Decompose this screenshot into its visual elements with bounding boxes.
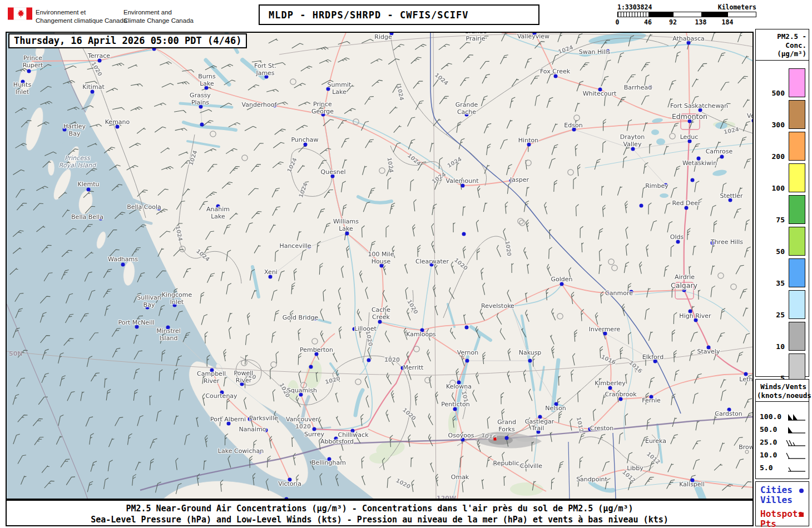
wind-legend-row: 50.0 <box>756 424 809 436</box>
pm25-color-swatch <box>789 163 805 192</box>
hotspot-square-sample <box>799 512 804 517</box>
city-label: Lake Cowichan <box>218 448 264 455</box>
city-dot <box>121 263 125 267</box>
city-label: Courtenay <box>205 393 237 400</box>
scale-segment <box>701 12 728 17</box>
city-label: Fort St. James <box>254 63 276 77</box>
city-label: Invermere <box>589 326 620 333</box>
pm25-legend-row: 100 <box>756 163 809 195</box>
city-label: Calgary <box>671 282 697 290</box>
scale-segment <box>674 12 701 17</box>
wind-legend-row: 10.0 <box>756 449 809 462</box>
pm25-color-swatch <box>789 132 805 161</box>
city-label: Abbotsford <box>320 439 354 446</box>
city-label: Colville <box>520 463 542 470</box>
city-label: Fernie <box>642 397 661 405</box>
city-label: Airdrie <box>675 274 695 281</box>
scale-segment <box>648 12 674 17</box>
wind-speed-value: 10.0 <box>760 451 777 459</box>
wind-legend-row: 5.0 <box>756 462 809 475</box>
city-label: Whitecourt <box>583 91 617 98</box>
scale-tick: 0 <box>616 18 620 26</box>
pm25-color-swatch <box>789 195 805 224</box>
isobar-value-label: 1020 <box>384 357 400 363</box>
city-label: Canmore <box>605 290 633 297</box>
pm25-color-swatch <box>789 322 805 351</box>
city-label: Grande Cache <box>455 102 478 116</box>
pm25-color-swatch <box>789 68 805 97</box>
city-label: Vanderhoof <box>242 102 277 109</box>
marker-legend: Cities Villes Hotspots Pts chauds <box>755 481 809 526</box>
city-label: Chilliwack <box>338 432 368 439</box>
legend-cities-en: Cities <box>756 486 809 495</box>
city-label: Creston <box>590 425 613 432</box>
city-label: Lillooet <box>354 326 377 333</box>
city-label: Eureka <box>645 438 666 445</box>
pm25-color-swatch <box>789 227 805 256</box>
fire-hotspot-marker <box>494 438 497 441</box>
city-label: Port Alberni <box>210 416 246 424</box>
caption-line1: PM2.5 Near-Ground Air Concentrations (µg… <box>7 503 752 514</box>
city-dot-sample <box>799 489 804 493</box>
pm25-legend-title: PM2.5 - Conc. (µg/m³) <box>756 29 809 61</box>
map-caption: PM2.5 Near-Ground Air Concentrations (µg… <box>6 500 754 526</box>
city-label: Parksville <box>249 415 278 422</box>
city-dot <box>465 326 469 330</box>
city-label: Hartley Bay <box>63 123 86 137</box>
city-label: Cardston <box>715 411 742 418</box>
city-label: Cache Creek <box>372 307 390 321</box>
city-label: Minstrel Island <box>156 328 181 342</box>
wind-speed-value: 50.0 <box>760 425 777 434</box>
pm25-color-swatch <box>789 290 805 319</box>
city-label: Quesnel <box>321 169 346 176</box>
city-dot <box>367 358 371 362</box>
city-dot <box>309 365 313 369</box>
wind-legend-rows: 100.050.025.010.05.0 <box>756 411 809 475</box>
city-label: Port McNeill <box>118 320 154 327</box>
wind-speed-value: 5.0 <box>760 464 773 472</box>
city-label: Edmonton <box>672 113 707 121</box>
city-label: Kingcome Inlet <box>162 292 192 306</box>
scale-unit-label: Kilometers <box>718 3 756 11</box>
city-label: Camrose <box>706 148 733 156</box>
city-label: Nelson <box>545 405 566 412</box>
city-label: Swan Hills <box>579 49 610 56</box>
city-label: Kamloops <box>406 331 436 338</box>
city-label: Bellingham <box>311 460 346 467</box>
city-label: Squamish <box>287 387 317 395</box>
city-label: Sullivan Bay <box>137 295 161 308</box>
city-label: Rimbey <box>645 183 669 190</box>
city-label: Libby <box>627 465 643 472</box>
graticule-label: 50N <box>9 350 23 357</box>
city-label: Vegreville <box>747 113 754 120</box>
city-label: Hanceville <box>279 243 311 250</box>
city-label: Grand Forks <box>497 419 516 433</box>
city-label: Kelowna <box>446 383 472 391</box>
pm25-threshold-value: 200 <box>772 152 785 161</box>
city-label: Merritt <box>403 365 424 372</box>
city-label: Trail <box>532 425 544 432</box>
wind-speed-value: 25.0 <box>760 438 777 446</box>
pm25-threshold-value: 35 <box>776 279 785 287</box>
pm25-legend: PM2.5 - Conc. (µg/m³) 500300200100755035… <box>755 29 809 377</box>
city-dot <box>200 123 204 127</box>
scale-tick: 92 <box>669 18 677 26</box>
wind-barb-icon <box>785 425 806 436</box>
pm25-threshold-value: 100 <box>772 184 785 192</box>
city-label: Nakusp <box>519 350 542 357</box>
canada-flag-logo <box>8 7 32 20</box>
caption-line2: Sea-Level Pressure (hPa) and Low-Level W… <box>7 514 752 525</box>
wind-legend: Winds/Vents (knots/noeuds) 100.050.025.0… <box>755 379 809 479</box>
city-label: Prince Rupert <box>23 55 43 69</box>
scale-ratio: 1:3303824 <box>617 3 652 11</box>
city-label: Jasper <box>510 177 529 184</box>
product-title: MLDP - HRDPS/SHRPD - CWFIS/SCIFV <box>259 4 539 25</box>
city-dot <box>691 178 695 182</box>
agency-name-english: Environment and Climate Change Canada <box>123 8 194 25</box>
city-label: Gold Bridge <box>283 315 319 322</box>
pm25-legend-row: 75 <box>756 195 809 226</box>
city-label: Vancouver <box>286 416 318 424</box>
scale-tick: 138 <box>695 18 707 26</box>
city-label: Valemount <box>446 178 479 185</box>
legend-cities-fr: Villes <box>756 496 809 505</box>
